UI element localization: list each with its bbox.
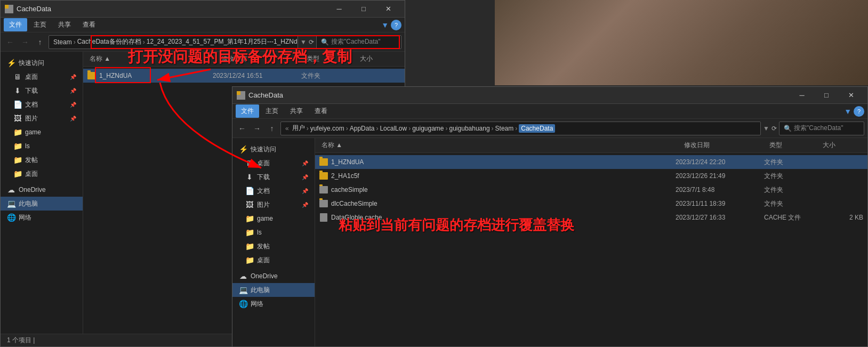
window1-sidebar: ⚡ 快速访问 🖥 桌面 📌 ⬇ 下载 📌 📄 文档 📌 <box>1 52 83 334</box>
window1-col-size[interactable]: 大小 <box>358 54 400 63</box>
window2-pictures-icon: 🖼 <box>245 200 254 209</box>
window2-help-btn[interactable]: ? <box>854 106 864 117</box>
window1-path-date: 12_24_2023_4_51_57_PM_第1年1月25日---1_HZNdU… <box>147 37 298 46</box>
window2-col-name[interactable]: 名称 ▲ <box>319 141 682 150</box>
window2-col-type[interactable]: 类型 <box>767 141 821 150</box>
window2-app-icon <box>237 91 245 100</box>
window1-sidebar-downloads[interactable]: ⬇ 下载 📌 <box>1 84 83 98</box>
window2-sidebar-ls[interactable]: 📁 ls <box>232 225 315 239</box>
window2-address-path[interactable]: « 用户 › yufeiye.com › AppData › LocalLow … <box>280 122 761 135</box>
window2-col-size[interactable]: 大小 <box>821 141 863 150</box>
window1-docs-icon: 📄 <box>13 100 22 109</box>
svg-rect-3 <box>10 10 13 13</box>
window1-sidebar-quickaccess: ⚡ 快速访问 🖥 桌面 📌 ⬇ 下载 📌 📄 文档 📌 <box>1 56 83 181</box>
window1-title-text: CacheData <box>17 5 51 13</box>
window1-sidebar-thispc[interactable]: 💻 此电脑 <box>1 197 83 211</box>
window1-col-date[interactable]: 修改日期 <box>219 54 304 63</box>
window1-path-backup: CacheData备份的存档 <box>77 37 141 46</box>
window2-sidebar-game[interactable]: 📁 game <box>232 212 315 225</box>
window1-sidebar-post[interactable]: 📁 发帖 <box>1 153 83 167</box>
window2-quickaccess-label: 快速访问 <box>251 145 276 154</box>
window1-downloads-label: 下载 <box>25 86 38 95</box>
window2-filelist-header: 名称 ▲ 修改日期 类型 大小 <box>315 138 867 153</box>
window2-file-type-5: CACHE 文件 <box>764 213 817 222</box>
window1-docs-label: 文档 <box>25 100 38 109</box>
window2-sidebar-downloads[interactable]: ⬇ 下载 📌 <box>232 170 315 184</box>
window2-minimize-button[interactable]: ─ <box>790 87 814 104</box>
svg-rect-7 <box>242 96 245 100</box>
window2-sidebar-docs[interactable]: 📄 文档 📌 <box>232 184 315 198</box>
window1-sidebar-quickaccess-header[interactable]: ⚡ 快速访问 <box>1 56 83 70</box>
window1-sidebar-docs[interactable]: 📄 文档 📌 <box>1 98 83 111</box>
window1-close-button[interactable]: ✕ <box>376 1 400 18</box>
svg-rect-0 <box>5 5 9 9</box>
window1-sidebar-ls[interactable]: 📁 ls <box>1 139 83 153</box>
window2-back-button[interactable]: ← <box>236 122 248 135</box>
window1-sidebar-onedrive[interactable]: ☁ OneDrive <box>1 183 83 197</box>
window1-menu-share[interactable]: 共享 <box>53 18 76 31</box>
window1-forward-button[interactable]: → <box>19 36 31 49</box>
window2-file-name-4: dlcCacheSimple <box>331 200 672 207</box>
window2-dropdown-icon[interactable]: ▼ <box>763 125 769 132</box>
window2-col-date[interactable]: 修改日期 <box>682 141 767 150</box>
window2-menu-share[interactable]: 共享 <box>285 104 308 118</box>
window2-sidebar-onedrive[interactable]: ☁ OneDrive <box>232 269 315 283</box>
window2-pictures-label: 图片 <box>257 200 270 209</box>
window2-sidebar-network[interactable]: 🌐 网络 <box>232 297 315 311</box>
window1-col-type[interactable]: 类型 <box>304 54 358 63</box>
window1-menu-file[interactable]: 文件 <box>4 18 27 31</box>
window2-desktop2-icon: 📁 <box>245 256 254 264</box>
window2-network-icon: 🌐 <box>239 300 247 308</box>
window1-sidebar-pictures[interactable]: 🖼 图片 📌 <box>1 111 83 125</box>
window2-refresh-btn[interactable]: ⟳ <box>771 125 777 132</box>
window1-menu-home[interactable]: 主页 <box>28 18 52 31</box>
window2-sidebar-pictures[interactable]: 🖼 图片 📌 <box>232 198 315 212</box>
window1-help-btn[interactable]: ? <box>391 20 401 30</box>
window2-menu-view[interactable]: 查看 <box>309 104 333 118</box>
window1-maximize-button[interactable]: □ <box>351 1 376 18</box>
window2-sidebar-post[interactable]: 📁 发帖 <box>232 239 315 253</box>
window2-sidebar-quickaccess: ⚡ 快速访问 🖥 桌面 📌 ⬇ 下载 📌 📄 文档 📌 <box>232 142 315 267</box>
window2-forward-button[interactable]: → <box>251 122 263 135</box>
window2-up-button[interactable]: ↑ <box>266 122 278 135</box>
window1-col-name[interactable]: 名称 ▲ <box>87 54 219 63</box>
window2-file-cacheSimple[interactable]: cacheSimple 2023/7/1 8:48 文件夹 <box>315 183 867 197</box>
window2-post-label: 发帖 <box>257 242 270 251</box>
window1-refresh-btn[interactable]: ⟳ <box>309 38 314 46</box>
window1-search-box[interactable]: 🔍 搜索"CacheData" <box>316 35 401 49</box>
window2-menu-file[interactable]: 文件 <box>236 104 259 118</box>
window2-file-DataGloble[interactable]: DataGloble.cache 2023/12/27 16:33 CACHE … <box>315 211 867 224</box>
window2-menu-home[interactable]: 主页 <box>260 104 284 118</box>
window1-address-path[interactable]: Steam › CacheData备份的存档 › 12_24_2023_4_51… <box>49 35 298 49</box>
window1-menu-view[interactable]: 查看 <box>77 18 101 31</box>
window2-search-placeholder: 搜索"CacheData" <box>794 124 843 133</box>
window2-file-name-1: 1_HZNdUA <box>331 158 672 166</box>
window2-docs-label: 文档 <box>257 187 270 196</box>
window2-file-2HA1c5f[interactable]: 2_HA1c5f 2023/12/26 21:49 文件夹 <box>315 169 867 183</box>
window1-pictures-label: 图片 <box>25 114 38 123</box>
window1-minimize-button[interactable]: ─ <box>327 1 351 18</box>
window2-file-type-1: 文件夹 <box>764 158 817 167</box>
window2-explorer: CacheData ─ □ ✕ 文件 主页 共享 查看 ▼ ? ← → ↑ « … <box>232 86 868 347</box>
window2-path-guigubahuang: guigubahuang <box>449 125 490 132</box>
window1-sidebar-desktop2[interactable]: 📁 桌面 <box>1 167 83 181</box>
window2-sidebar-desktop2[interactable]: 📁 桌面 <box>232 253 315 267</box>
window1-sidebar-desktop[interactable]: 🖥 桌面 📌 <box>1 70 83 84</box>
window2-sidebar-quickaccess-header[interactable]: ⚡ 快速访问 <box>232 142 315 156</box>
window2-search-box[interactable]: 🔍 搜索"CacheData" <box>779 122 864 135</box>
window2-sidebar-thispc[interactable]: 💻 此电脑 <box>232 283 315 297</box>
window1-desktop-label: 桌面 <box>25 72 38 82</box>
window1-onedrive-label: OneDrive <box>19 186 46 193</box>
window1-dropdown-icon[interactable]: ▼ <box>300 38 307 46</box>
window2-file-dlcCacheSimple[interactable]: dlcCacheSimple 2023/11/11 18:39 文件夹 <box>315 197 867 211</box>
window1-sidebar-network[interactable]: 🌐 网络 <box>1 211 83 224</box>
window1-back-button[interactable]: ← <box>4 36 17 49</box>
window2-close-button[interactable]: ✕ <box>839 87 863 104</box>
window1-file-1HZNdUA[interactable]: 1_HZNdUA 2023/12/24 16:51 文件夹 <box>83 69 405 83</box>
window1-up-button[interactable]: ↑ <box>34 36 46 49</box>
window2-file-1HZNdUA[interactable]: 1_HZNdUA 2023/12/24 22:20 文件夹 <box>315 155 867 169</box>
window1-sidebar-game[interactable]: 📁 game <box>1 125 83 139</box>
window2-sidebar-desktop[interactable]: 🖥 桌面 📌 <box>232 156 315 170</box>
window2-content: ⚡ 快速访问 🖥 桌面 📌 ⬇ 下载 📌 📄 文档 📌 <box>232 138 867 346</box>
window2-maximize-button[interactable]: □ <box>814 87 839 104</box>
